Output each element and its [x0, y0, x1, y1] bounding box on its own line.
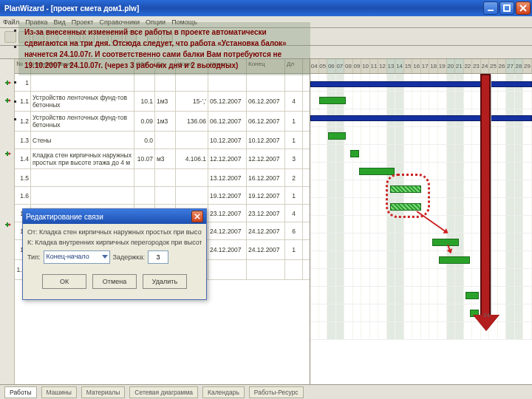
ok-button[interactable]: ОК: [42, 274, 86, 289]
bottom-tab[interactable]: Работы: [4, 386, 37, 398]
dialog-title: Редактирование связи: [26, 213, 191, 221]
delete-button[interactable]: Удалить: [143, 274, 187, 289]
row-add-icon[interactable]: [0, 145, 14, 163]
delay-label: Задержка:: [113, 253, 145, 261]
table-row[interactable]: 1.619.12.200719.12.20071: [15, 187, 310, 205]
task-bar[interactable]: [359, 168, 395, 175]
row-add-icon[interactable]: [0, 74, 14, 92]
edit-link-dialog: Редактирование связи От: Кладка стен кир…: [22, 208, 207, 300]
window-title: PlanWizard - [проект смета дом1.plw]: [4, 4, 482, 13]
highlight-oval: [386, 174, 430, 218]
table-row[interactable]: 1.3Стены0.010.12.200710.12.20071: [15, 132, 310, 149]
bottom-tab[interactable]: Сетевая диаграмма: [129, 386, 198, 398]
table-row[interactable]: 1.2Устройство ленточных фунд-тов бетонны…: [15, 112, 310, 132]
table-row[interactable]: 1.4Кладка стен кирпичных наружных просты…: [15, 149, 310, 169]
table-row[interactable]: 1.1Устройство ленточных фунд-тов бетонны…: [15, 92, 310, 112]
bottom-tab[interactable]: Работы-Ресурс: [249, 386, 304, 398]
table-row[interactable]: 1: [15, 74, 310, 92]
link-type-combo[interactable]: Конец-начало: [44, 250, 110, 264]
close-button[interactable]: [516, 1, 531, 15]
summary-bar[interactable]: [310, 115, 532, 121]
cancel-button[interactable]: Отмена: [92, 274, 137, 289]
summary-bar[interactable]: [310, 81, 532, 87]
window-titlebar: PlanWizard - [проект смета дом1.plw]: [0, 0, 532, 16]
row-gutter: [0, 59, 15, 384]
row-add-icon[interactable]: [0, 92, 14, 109]
from-row: От: Кладка стен кирпичных наружных прост…: [27, 228, 202, 236]
task-bar[interactable]: [350, 150, 359, 157]
row-add-icon[interactable]: [0, 216, 14, 233]
gantt-body: 24: [310, 74, 532, 340]
bottom-tabbar: Работы Машины Материалы Сетевая диаграмм…: [0, 384, 532, 399]
bottom-tab[interactable]: Машины: [41, 386, 77, 398]
tool-button[interactable]: [4, 31, 16, 43]
maximize-button[interactable]: [499, 1, 514, 15]
task-bar[interactable]: [432, 239, 459, 246]
annotation-text: Из-за внесенных изменений все работы в п…: [24, 28, 287, 69]
menu-item[interactable]: Файл: [3, 18, 19, 26]
to-row: К: Кладка внутренних кирпичных перегород…: [27, 239, 202, 246]
minimize-button[interactable]: [483, 1, 498, 15]
svg-rect-1: [504, 5, 510, 11]
bottom-tab[interactable]: Материалы: [81, 386, 126, 398]
annotation-box: Из-за внесенных изменений все работы в п…: [18, 22, 310, 75]
big-arrow-down: [480, 74, 491, 318]
target-24: 24: [483, 312, 490, 318]
gantt-chart[interactable]: октябрь 2007г. 0405060708091011121314151…: [310, 59, 532, 384]
task-bar[interactable]: [319, 97, 346, 104]
dialog-close-button[interactable]: [191, 211, 203, 222]
delay-input[interactable]: 3: [148, 250, 168, 264]
task-bar[interactable]: [328, 132, 346, 140]
bottom-tab[interactable]: Календарь: [202, 386, 245, 398]
table-row[interactable]: 1.513.12.200716.12.20072: [15, 169, 310, 187]
task-bar[interactable]: [466, 292, 479, 299]
task-bar[interactable]: [439, 256, 470, 264]
type-label: Тип:: [27, 253, 41, 261]
gantt-day-header: 0405060708091011121314151617181920212223…: [310, 59, 532, 74]
